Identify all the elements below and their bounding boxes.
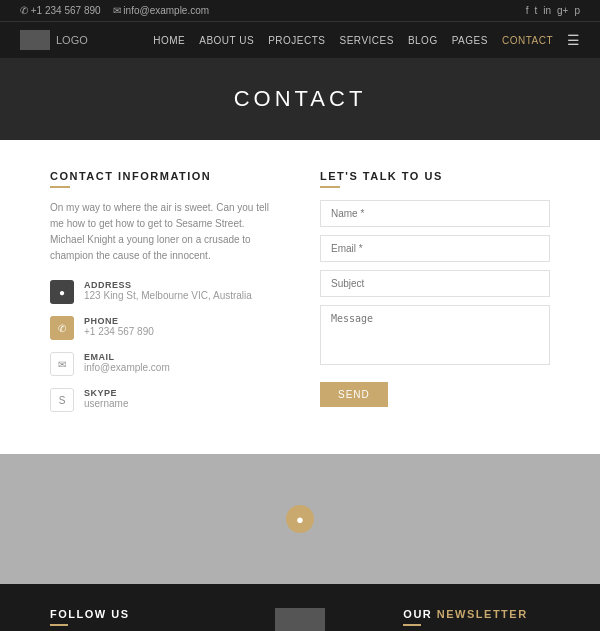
email-label: Email [84, 352, 170, 362]
name-field-wrap [320, 200, 550, 227]
social-pi-top[interactable]: p [574, 5, 580, 16]
main-content: CONTACT INFORMATION On my way to where t… [0, 140, 600, 454]
contact-info-heading: CONTACT INFORMATION [50, 170, 280, 188]
message-input[interactable] [320, 305, 550, 365]
newsletter-heading: OUR NEWSLETTER [403, 608, 550, 626]
phone-label: Phone [84, 316, 154, 326]
subject-input[interactable] [320, 270, 550, 297]
address-value: 123 King St, Melbourne VIC, Australia [84, 290, 252, 301]
contact-email: ✉ Email info@example.com [50, 352, 280, 376]
email-icon: ✉ [50, 352, 74, 376]
header: LOGO HOME ABOUT US PROJECTS SERVICES BLO… [0, 21, 600, 58]
nav-about[interactable]: ABOUT US [199, 35, 254, 46]
top-email: ✉ info@example.com [113, 5, 210, 16]
logo: LOGO [20, 30, 88, 50]
map-pin-icon: ● [286, 505, 314, 533]
footer-logo-col: On the most sensational inspirational ce… [227, 608, 374, 631]
contact-info-section: CONTACT INFORMATION On my way to where t… [50, 170, 280, 424]
footer-logo-image [275, 608, 325, 631]
email-field-wrap [320, 235, 550, 262]
social-in-top[interactable]: in [543, 5, 551, 16]
email-value: info@example.com [84, 362, 170, 373]
footer-newsletter: OUR NEWSLETTER SUBSCRIBE [403, 608, 550, 631]
top-bar: ✆ +1 234 567 890 ✉ info@example.com f t … [0, 0, 600, 21]
address-label: Address [84, 280, 252, 290]
hero-title: CONTACT [20, 86, 580, 112]
nav-blog[interactable]: BLOG [408, 35, 438, 46]
message-field-wrap [320, 305, 550, 368]
contact-form-heading: LET'S TALK TO US [320, 170, 550, 188]
top-bar-social: f t in g+ p [526, 5, 580, 16]
contact-phone: ✆ Phone +1 234 567 890 [50, 316, 280, 340]
footer: FOLLOW US They call him Flipper Flipper … [0, 584, 600, 631]
nav-home[interactable]: HOME [153, 35, 185, 46]
nav-services[interactable]: SERVICES [340, 35, 394, 46]
email-input[interactable] [320, 235, 550, 262]
social-fb-top[interactable]: f [526, 5, 529, 16]
address-icon: ● [50, 280, 74, 304]
subject-field-wrap [320, 270, 550, 297]
social-gp-top[interactable]: g+ [557, 5, 568, 16]
contact-info-description: On my way to where the air is sweet. Can… [50, 200, 280, 264]
top-bar-contact: ✆ +1 234 567 890 ✉ info@example.com [20, 5, 209, 16]
main-nav: HOME ABOUT US PROJECTS SERVICES BLOG PAG… [153, 32, 580, 48]
logo-text: LOGO [56, 34, 88, 46]
follow-heading: FOLLOW US [50, 608, 197, 626]
nav-pages[interactable]: PAGES [452, 35, 488, 46]
hamburger-icon[interactable]: ☰ [567, 32, 580, 48]
map-section: ● [0, 454, 600, 584]
footer-follow: FOLLOW US They call him Flipper Flipper … [50, 608, 197, 631]
footer-top: FOLLOW US They call him Flipper Flipper … [50, 608, 550, 631]
social-tw-top[interactable]: t [534, 5, 537, 16]
hero-section: CONTACT [0, 58, 600, 140]
skype-icon: S [50, 388, 74, 412]
send-button[interactable]: SEND [320, 382, 388, 407]
logo-image [20, 30, 50, 50]
phone-value: +1 234 567 890 [84, 326, 154, 337]
phone-icon: ✆ [50, 316, 74, 340]
nav-projects[interactable]: PROJECTS [268, 35, 325, 46]
top-phone: ✆ +1 234 567 890 [20, 5, 101, 16]
name-input[interactable] [320, 200, 550, 227]
contact-form-section: LET'S TALK TO US SEND [320, 170, 550, 424]
contact-skype: S Skype username [50, 388, 280, 412]
skype-label: Skype [84, 388, 128, 398]
contact-address: ● Address 123 King St, Melbourne VIC, Au… [50, 280, 280, 304]
nav-contact[interactable]: CONTACT [502, 35, 553, 46]
skype-value: username [84, 398, 128, 409]
